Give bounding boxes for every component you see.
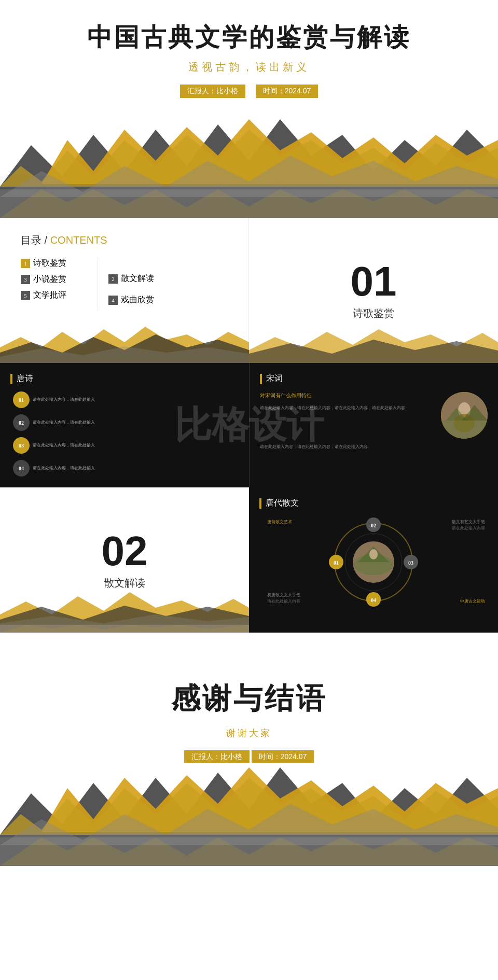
svg-text:03: 03: [408, 560, 413, 566]
section02-mountain: [0, 586, 249, 633]
tang-title: 唐诗: [17, 373, 33, 384]
reporter-badge: 汇报人：比小格: [180, 85, 245, 98]
thanks-sub: 谢谢大家: [226, 727, 272, 739]
thanks-title: 感谢与结语: [171, 679, 327, 719]
song-text-1: 请在此处输入内容，请在此处输入内容，请在此处输入内容，请在此处输入内容: [260, 405, 433, 412]
time-badge: 时间：2024.07: [256, 85, 319, 98]
prose-title: 唐代散文: [266, 498, 299, 509]
tang-node-3: 03 请在此处输入内容，请在此处输入: [13, 437, 95, 454]
num-4: 4: [108, 296, 118, 305]
tang-node-4: 04 请在此处输入内容，请在此处输入: [13, 460, 95, 477]
contents-heading: 目录 / CONTENTS: [21, 233, 228, 247]
tang-circle-04: 04: [13, 460, 30, 477]
song-left-texts: 对宋词有什么作用特征 请在此处输入内容，请在此处输入内容，请在此处输入内容，请在…: [260, 392, 433, 439]
contents-mountain: [0, 321, 248, 363]
contents-item-1: 1 诗歌鉴赏: [21, 258, 66, 269]
song-image: [441, 392, 488, 439]
section01-mountain: [249, 321, 498, 363]
slide-contents-row: 目录 / CONTENTS 1 诗歌鉴赏 3 小说鉴赏 5 文学批评 2: [0, 218, 498, 363]
song-title: 宋词: [266, 373, 283, 384]
tang-text-1: 请在此处输入内容，请在此处输入: [33, 397, 95, 403]
section-02-number: 02: [102, 530, 148, 572]
contents-en: CONTENTS: [50, 234, 107, 246]
prose-label-bottomright: 中唐古文运动: [460, 598, 485, 605]
contents-left: 1 诗歌鉴赏 3 小说鉴赏 5 文学批评: [21, 258, 77, 311]
sub-title: 透视古韵，读出新义: [188, 60, 310, 74]
tang-circle-02: 02: [13, 414, 30, 431]
tang-nodes: 01 请在此处输入内容，请在此处输入 02 请在此处输入内容，请在此处输入 03…: [13, 391, 95, 477]
label-1: 诗歌鉴赏: [33, 258, 66, 269]
num-2: 2: [108, 274, 118, 284]
slide-section01: 01 诗歌鉴赏: [249, 218, 498, 363]
song-ci-content: 对宋词有什么作用特征 请在此处输入内容，请在此处输入内容，请在此处输入内容，请在…: [260, 392, 488, 439]
contents-right: 2 散文解读 4 戏曲欣赏: [98, 258, 154, 311]
contents-item-3: 3 小说鉴赏: [21, 274, 66, 285]
num-1: 1: [21, 259, 30, 268]
song-text-2: 请在此处输入内容，请在此处输入内容，请在此处输入内容: [260, 444, 488, 451]
svg-rect-15: [441, 421, 488, 439]
section-01-number: 01: [351, 261, 397, 302]
song-text-title-1: 对宋词有什么作用特征: [260, 392, 433, 399]
gold-bar-left: [10, 374, 12, 384]
label-5: 文学批评: [33, 290, 66, 301]
section-01-label: 诗歌鉴赏: [353, 306, 394, 320]
tang-text-3: 请在此处输入内容，请在此处输入: [33, 442, 95, 449]
slide-contents: 目录 / CONTENTS 1 诗歌鉴赏 3 小说鉴赏 5 文学批评 2: [0, 218, 249, 363]
meta-row: 汇报人：比小格 时间：2024.07: [180, 85, 319, 98]
slide-tang-shi: 唐诗 01 请在此处输入内容，请在此处输入 02 请在此处输入内容，请在此处输入…: [0, 363, 249, 487]
tang-node-2: 02 请在此处输入内容，请在此处输入: [13, 414, 95, 431]
prose-title-row: 唐代散文: [259, 498, 488, 509]
tang-title-row: 唐诗: [10, 373, 239, 384]
svg-text:04: 04: [371, 597, 376, 603]
slide-thanks: 感谢与结语 谢谢大家 汇报人：比小格 时间：2024.07: [0, 648, 498, 866]
prose-label-topright: 散文有艺文大手笔请在此处输入内容: [452, 519, 485, 531]
svg-marker-3: [0, 130, 498, 187]
tang-text-2: 请在此处输入内容，请在此处输入: [33, 419, 95, 426]
slide-title: 中国古典文学的鉴赏与解读 透视古韵，读出新义 汇报人：比小格 时间：2024.0…: [0, 0, 498, 218]
prose-diagram: 02 03 04 01 唐前散文艺术 散文有艺文大手笔请在此处输入内容 初唐散文…: [259, 516, 488, 610]
slide-song-ci: 宋词 对宋词有什么作用特征 请在此处输入内容，请在此处输入内容，请在此处输入内容…: [249, 363, 498, 487]
contents-item-5: 5 文学批评: [21, 290, 66, 301]
slide-tang-prose: 唐代散文 02: [249, 487, 498, 633]
gold-bar-right: [260, 374, 262, 384]
label-3: 小说鉴赏: [33, 274, 66, 285]
contents-item-2: 2 散文解读: [108, 273, 154, 284]
num-3: 3: [21, 275, 30, 284]
prose-label-topleft: 唐前散文艺术: [267, 519, 292, 525]
svg-text:02: 02: [371, 523, 376, 528]
svg-text:01: 01: [334, 560, 339, 566]
num-5: 5: [21, 291, 30, 300]
prose-circle-center: 02 03 04 01: [322, 515, 425, 611]
slide-tang-song: 比格设计 唐诗 01 请在此处输入内容，请在此处输入 02 请在此处输入内容，请…: [0, 363, 498, 487]
spacer: [0, 633, 498, 648]
prose-label-bottomleft: 初唐散文文大手笔请在此处输入内容: [267, 592, 300, 605]
song-bottom-texts: 请在此处输入内容，请在此处输入内容，请在此处输入内容: [260, 444, 488, 451]
tang-node-1: 01 请在此处输入内容，请在此处输入: [13, 391, 95, 408]
svg-point-29: [369, 549, 378, 559]
slide-prose-row: 02 散文解读 唐代散文: [0, 487, 498, 633]
tang-text-4: 请在此处输入内容，请在此处输入: [33, 465, 95, 471]
label-4: 戏曲欣赏: [121, 295, 154, 305]
mountain-bg-1: [0, 104, 498, 218]
contents-item-4: 4 戏曲欣赏: [108, 295, 154, 305]
thanks-mountain-bg: [0, 752, 498, 866]
slide-section02: 02 散文解读: [0, 487, 249, 633]
tang-circle-03: 03: [13, 437, 30, 454]
main-title: 中国古典文学的鉴赏与解读: [87, 21, 411, 54]
gold-bar-prose: [259, 498, 261, 509]
song-title-row: 宋词: [260, 373, 488, 384]
tang-circle-01: 01: [13, 391, 30, 408]
svg-marker-40: [0, 778, 498, 835]
label-2: 散文解读: [121, 273, 154, 284]
